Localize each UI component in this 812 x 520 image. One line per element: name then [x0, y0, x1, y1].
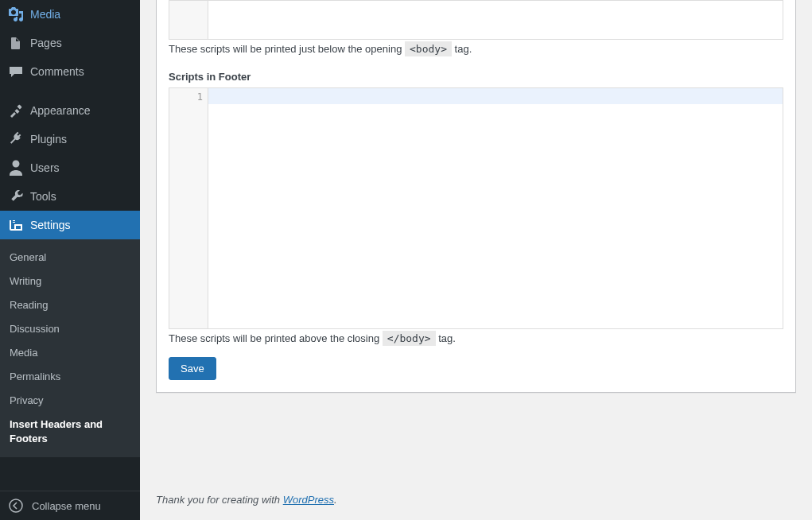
sidebar-item-pages[interactable]: Pages	[0, 29, 140, 57]
submenu-item-media[interactable]: Media	[0, 341, 140, 365]
users-icon	[8, 160, 24, 176]
body-scripts-editor[interactable]	[169, 0, 783, 40]
code-gutter	[169, 104, 208, 328]
footer-scripts-label: Scripts in Footer	[169, 71, 783, 83]
code-gutter	[169, 1, 208, 39]
save-button[interactable]: Save	[169, 357, 216, 380]
code-area[interactable]	[208, 1, 783, 39]
submenu-item-discussion[interactable]: Discussion	[0, 317, 140, 341]
media-icon	[8, 6, 24, 22]
sidebar-item-plugins[interactable]: Plugins	[0, 125, 140, 153]
sidebar-item-tools[interactable]: Tools	[0, 182, 140, 211]
sidebar-item-comments[interactable]: Comments	[0, 57, 140, 86]
admin-sidebar: Media Pages Comments Appearance Plugins	[0, 0, 140, 520]
sidebar-item-label: Settings	[30, 217, 134, 233]
current-arrow	[140, 219, 146, 231]
menu-separator	[0, 89, 140, 93]
tools-icon	[8, 188, 24, 204]
collapse-label: Collapse menu	[32, 500, 101, 512]
body-hint: These scripts will be printed just below…	[169, 43, 783, 55]
submenu-item-permalinks[interactable]: Permalinks	[0, 365, 140, 389]
wordpress-link[interactable]: WordPress	[283, 494, 334, 506]
sidebar-item-label: Pages	[30, 35, 134, 51]
body-tag-code: <body>	[405, 41, 452, 56]
svg-point-0	[10, 499, 22, 512]
sidebar-item-label: Comments	[30, 64, 134, 80]
settings-icon	[8, 217, 24, 233]
footer-scripts-editor[interactable]: 1	[169, 87, 783, 329]
line-number: 1	[197, 91, 203, 103]
submenu-item-reading[interactable]: Reading	[0, 293, 140, 317]
submenu-item-privacy[interactable]: Privacy	[0, 389, 140, 413]
settings-submenu: General Writing Reading Discussion Media…	[0, 239, 140, 457]
appearance-icon	[8, 103, 24, 118]
sidebar-item-label: Users	[30, 160, 134, 176]
sidebar-item-label: Tools	[30, 188, 134, 204]
sidebar-item-label: Plugins	[30, 131, 134, 147]
code-gutter: 1	[169, 88, 208, 104]
submenu-item-writing[interactable]: Writing	[0, 270, 140, 293]
sidebar-item-label: Media	[30, 6, 134, 22]
pages-icon	[8, 35, 24, 51]
main-content: These scripts will be printed just below…	[140, 0, 812, 520]
comments-icon	[8, 64, 24, 80]
code-area[interactable]	[208, 104, 783, 328]
collapse-menu[interactable]: Collapse menu	[0, 491, 140, 520]
footer-hint: These scripts will be printed above the …	[169, 332, 783, 344]
sidebar-item-users[interactable]: Users	[0, 153, 140, 182]
settings-panel: These scripts will be printed just below…	[156, 0, 796, 393]
code-area-active-line[interactable]	[208, 88, 783, 104]
closing-body-tag-code: </body>	[383, 331, 436, 346]
admin-footer-text: Thank you for creating with WordPress.	[156, 479, 796, 520]
sidebar-item-settings[interactable]: Settings	[0, 211, 140, 239]
sidebar-item-appearance[interactable]: Appearance	[0, 96, 140, 125]
plugins-icon	[8, 131, 24, 147]
submenu-item-general[interactable]: General	[0, 246, 140, 270]
sidebar-item-media[interactable]: Media	[0, 0, 140, 29]
collapse-icon	[8, 498, 24, 514]
submenu-item-insert-headers-footers[interactable]: Insert Headers and Footers	[0, 413, 140, 451]
sidebar-item-label: Appearance	[30, 103, 134, 118]
